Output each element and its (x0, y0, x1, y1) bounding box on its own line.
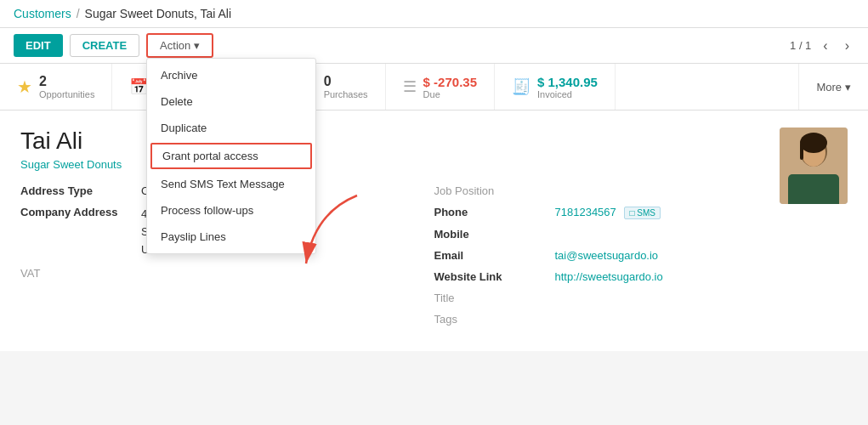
due-amount: $ -270.35 (423, 75, 477, 89)
website-label: Website Link (434, 270, 545, 283)
email-row: Email tai@sweetsugardo.io (434, 249, 831, 262)
email-value[interactable]: tai@sweetsugardo.io (555, 249, 659, 262)
menu-item-grant-portal[interactable]: Grant portal access (150, 143, 312, 169)
action-dropdown-menu: Archive Delete Duplicate Grant portal ac… (146, 58, 316, 254)
job-position-label: Job Position (434, 184, 545, 197)
menu-item-delete[interactable]: Delete (147, 88, 315, 115)
menu-item-duplicate[interactable]: Duplicate (147, 115, 315, 141)
avatar (780, 128, 848, 204)
job-position-row: Job Position (434, 184, 831, 197)
email-label: Email (434, 249, 545, 262)
phone-number[interactable]: 7181234567 (555, 206, 616, 218)
address-type-label: Address Type (20, 184, 131, 197)
svg-rect-5 (800, 143, 803, 160)
stat-due[interactable]: ☰ $ -270.35 Due (386, 64, 495, 110)
next-button[interactable]: › (840, 37, 854, 55)
pagination-area: 1 / 1 ‹ › (790, 37, 854, 55)
breadcrumb-bar: Customers / Sugar Sweet Donuts, Tai Ali (0, 0, 868, 28)
star-icon: ★ (17, 76, 32, 97)
action-label: Action (160, 39, 190, 52)
sms-badge[interactable]: □ SMS (624, 207, 661, 219)
list-icon: ☰ (403, 77, 417, 96)
opportunities-text: 2 Opportunities (39, 74, 94, 99)
due-label: Due (423, 89, 477, 99)
action-arrow-icon: ▾ (194, 39, 200, 52)
more-label: More (816, 81, 842, 94)
main-content: Tai Ali Sugar Sweet Donuts Address Type … (0, 110, 868, 351)
stat-opportunities[interactable]: ★ 2 Opportunities (0, 64, 112, 110)
invoiced-amount: $ 1,340.95 (537, 75, 598, 89)
vat-label: VAT (20, 267, 40, 280)
info-right: Job Position Phone 7181234567 □ SMS Mobi… (434, 184, 848, 334)
prev-button[interactable]: ‹ (818, 37, 832, 55)
receipt-icon: 🧾 (512, 77, 530, 96)
title-label: Title (434, 292, 545, 304)
website-row: Website Link http://sweetsugardo.io (434, 270, 831, 283)
purchases-text: 0 Purchases (324, 74, 368, 99)
menu-item-follow-ups[interactable]: Process follow-ups (147, 197, 315, 224)
title-row: Title (434, 292, 831, 304)
vat-row: VAT (20, 267, 417, 280)
more-chevron-icon: ▾ (845, 81, 851, 94)
stats-bar: ★ 2 Opportunities 📅 0 Meetings $ 8 Sales… (0, 64, 868, 110)
purchases-label: Purchases (324, 89, 368, 99)
pagination-text: 1 / 1 (790, 39, 811, 52)
company-address-label: Company Address (20, 206, 131, 218)
website-value[interactable]: http://sweetsugardo.io (555, 270, 663, 283)
action-button[interactable]: Action ▾ (146, 33, 213, 58)
action-dropdown-wrap: Action ▾ Archive Delete Duplicate Grant … (146, 33, 213, 58)
stat-invoiced[interactable]: 🧾 $ 1,340.95 Invoiced (495, 64, 616, 110)
create-button[interactable]: CREATE (70, 34, 139, 57)
more-button[interactable]: More ▾ (798, 64, 868, 110)
mobile-label: Mobile (434, 228, 545, 241)
breadcrumb-current: Sugar Sweet Donuts, Tai Ali (85, 7, 232, 20)
menu-item-archive[interactable]: Archive (147, 62, 315, 88)
svg-rect-2 (788, 174, 839, 204)
info-grid: Address Type Contact Company Address 442… (20, 184, 848, 334)
phone-row: Phone 7181234567 □ SMS (434, 206, 831, 219)
breadcrumb-customers-link[interactable]: Customers (14, 7, 71, 20)
breadcrumb: Customers / Sugar Sweet Donuts, Tai Ali (14, 7, 854, 20)
opportunities-label: Opportunities (39, 89, 94, 99)
purchases-count: 0 (324, 74, 368, 89)
menu-item-payslip[interactable]: Payslip Lines (147, 224, 315, 250)
phone-value: 7181234567 □ SMS (555, 206, 661, 219)
tags-row: Tags (434, 313, 831, 326)
tags-label: Tags (434, 313, 545, 326)
avatar-image (780, 128, 848, 204)
svg-point-4 (800, 133, 827, 153)
menu-item-sms[interactable]: Send SMS Text Message (147, 171, 315, 197)
invoiced-label: Invoiced (537, 89, 598, 99)
due-text: $ -270.35 Due (423, 75, 477, 99)
opportunities-count: 2 (39, 74, 94, 89)
breadcrumb-separator: / (77, 7, 80, 20)
mobile-row: Mobile (434, 228, 831, 241)
company-link[interactable]: Sugar Sweet Donuts (20, 158, 848, 171)
action-bar: EDIT CREATE Action ▾ Archive Delete Dupl… (0, 28, 868, 64)
customer-name: Tai Ali (20, 128, 848, 155)
phone-label: Phone (434, 206, 545, 218)
edit-button[interactable]: EDIT (14, 34, 63, 57)
invoiced-text: $ 1,340.95 Invoiced (537, 75, 598, 99)
